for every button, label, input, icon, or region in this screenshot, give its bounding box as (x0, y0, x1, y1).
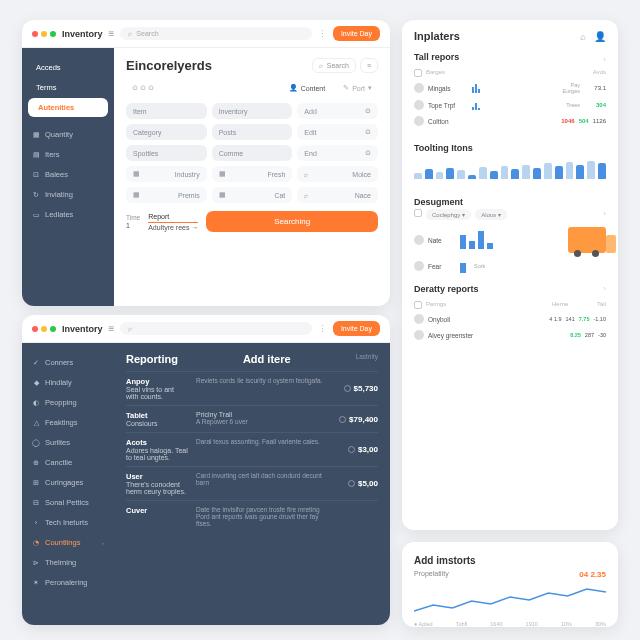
header-cta[interactable]: Invite Day (333, 26, 380, 41)
label: Feaktings (45, 418, 78, 427)
panel-add-imstorts: Add imstorts Propelatlity 04 2.35 ● Aple… (402, 542, 618, 627)
sidebar-item-iters[interactable]: ▤Iters (22, 145, 114, 164)
search-input[interactable]: ⌕ Search (120, 27, 312, 40)
sidebar-item-peopping[interactable]: ◐Peopping (22, 393, 114, 412)
sidebar-item-hindlaly[interactable]: ◆Hindlaly (22, 373, 114, 392)
cell-item[interactable]: Item (126, 103, 207, 119)
search-label: Search (327, 62, 349, 69)
icon: ✓ (32, 359, 40, 367)
sidebar-item-balees[interactable]: ⊡Balees (22, 165, 114, 184)
table-row[interactable]: Coltton 1046 504 1126 (414, 113, 606, 129)
menu-icon[interactable]: ≡ (109, 28, 115, 39)
tab-dots[interactable]: ⊙ ⊙ ⊙ (126, 81, 160, 95)
main-content: Eincorelyerds ⌕ Search ≡ ⊙ ⊙ ⊙ 👤 Content… (114, 48, 390, 306)
pill-coclephgy[interactable]: Coclephgy ▾ (426, 209, 471, 220)
sidebar-item-active[interactable]: Autenities (28, 98, 108, 117)
sidebar-item-conners[interactable]: ✓Conners (22, 353, 114, 372)
cell-posts[interactable]: Posts (212, 124, 293, 140)
cell-fresh[interactable]: ▦ Fresh (212, 166, 293, 182)
sidebar-item-peronalering[interactable]: ✶Peronalering (22, 573, 114, 592)
sidebar-item-surlites[interactable]: ◯Surlites (22, 433, 114, 452)
cell-moice[interactable]: ⌕ Moice (297, 166, 378, 182)
user-icon[interactable]: 👤 (594, 31, 606, 42)
cell-edit[interactable]: Edit⊙ (297, 124, 378, 140)
sidebar-item-countlings[interactable]: ◔Countlings› (22, 533, 114, 552)
bar-mini (460, 259, 466, 273)
cell-label: End (304, 150, 316, 157)
min-dot[interactable] (41, 31, 47, 37)
sidebar-item-inviating[interactable]: ↻Inviating (22, 185, 114, 204)
search-placeholder: Search (136, 30, 158, 37)
sidebar-item-feaktings[interactable]: △Feaktings (22, 413, 114, 432)
sidebar-label: Ledlates (45, 210, 73, 219)
table-row[interactable]: Nate (414, 224, 606, 256)
cell-label: Add (304, 108, 316, 115)
searching-button[interactable]: Searching (206, 211, 378, 232)
x-axis: ● Apled Tohfl 1640 1910 10% 30% (414, 621, 606, 627)
sidebar-item-curingages[interactable]: ⊞Curingages (22, 473, 114, 492)
cell-premis[interactable]: ▦ Premis (126, 187, 207, 203)
icon: › (32, 519, 40, 527)
more-icon[interactable]: ⋮ (318, 324, 327, 334)
cell-nace[interactable]: ⌕ Nace (297, 187, 378, 203)
table-row[interactable]: Alvey greenster 8.25 287 -30 (414, 327, 606, 343)
menu-icon[interactable]: ≡ (109, 323, 115, 334)
chevron-icon[interactable]: › (603, 284, 606, 299)
cell-end[interactable]: End⊙ (297, 145, 378, 161)
close-dot[interactable] (32, 326, 38, 332)
sidebar-item-canctlie[interactable]: ⊕Canctlie (22, 453, 114, 472)
cell-comme[interactable]: Comme (212, 145, 293, 161)
cell-category[interactable]: Category (126, 124, 207, 140)
tab-port[interactable]: ✎ Port ▾ (337, 81, 378, 95)
table-row[interactable]: Onyboll 4 1.9 141 7.75 -1.10 (414, 311, 606, 327)
max-dot[interactable] (50, 326, 56, 332)
table-row[interactable]: Mingals PayEorges 73.1 (414, 79, 606, 97)
avatar (414, 235, 424, 245)
cell-cat[interactable]: ▦ Cat (212, 187, 293, 203)
section-deratty: Deratty reports › Perings Herne Tail Ony… (402, 280, 618, 347)
report-link[interactable]: Report (148, 213, 198, 223)
table-header: Perings Herne Tail (414, 299, 606, 311)
checkbox[interactable] (414, 69, 422, 77)
sidebar-item-terms[interactable]: Terms (22, 78, 114, 97)
tab-content[interactable]: 👤 Content (283, 81, 332, 95)
report-row[interactable]: CuverDate the invisifor pavcen trosfe fi… (126, 500, 378, 532)
chevron-right-icon[interactable]: › (603, 55, 606, 64)
report-row[interactable]: AnpoySeal vins to ant with counts.Reviet… (126, 371, 378, 405)
sidebar-item-sonal pettics[interactable]: ⊟Sonal Pettics (22, 493, 114, 512)
table-row[interactable]: Tope Trpf Trees 304 (414, 97, 606, 113)
icon: △ (32, 419, 40, 427)
sidebar-item-ledlates[interactable]: ▭Ledlates (22, 205, 114, 224)
icon: ◆ (32, 379, 40, 387)
label: Hindlaly (45, 378, 72, 387)
search-input[interactable]: ⌕ (120, 322, 312, 335)
chevron-icon[interactable]: › (603, 209, 606, 220)
cell-inventory[interactable]: Inventory (212, 103, 293, 119)
icon: ◯ (32, 439, 40, 447)
cell-spottles[interactable]: Spottles (126, 145, 207, 161)
row-val: 304 (584, 102, 606, 108)
pill-alous[interactable]: Alous ▾ (475, 209, 507, 220)
max-dot[interactable] (50, 31, 56, 37)
sidebar-item-acceds[interactable]: Acceds (22, 58, 114, 77)
report-row[interactable]: TabletConsioursPriclny TrallA Repower 6 … (126, 405, 378, 432)
cell-add[interactable]: Add⊙ (297, 103, 378, 119)
report-row[interactable]: UserThere's conodent herm ceury troples.… (126, 466, 378, 500)
more-icon[interactable]: ⋮ (318, 29, 327, 39)
row-name: Alvey greenster (428, 332, 566, 339)
sidebar-item-thelrning[interactable]: ⊳Thelrning (22, 553, 114, 572)
header-cta[interactable]: Invite Day (333, 321, 380, 336)
sidebar-item-tech ineturts[interactable]: ›Tech Ineturts (22, 513, 114, 532)
sidebar-item-quantity[interactable]: ▦Quantity (22, 125, 114, 144)
table-row[interactable]: Fear Sork (414, 256, 606, 276)
report-row[interactable]: AcotsAdores haloga. Teal to teal ungtes.… (126, 432, 378, 466)
cell-industry[interactable]: ▦ Industry (126, 166, 207, 182)
close-dot[interactable] (32, 31, 38, 37)
search-icon[interactable]: ⌕ (580, 31, 586, 42)
filter-button[interactable]: ≡ (360, 58, 378, 73)
icon: ⊳ (32, 559, 40, 567)
checkbox[interactable] (414, 301, 422, 309)
search-button[interactable]: ⌕ Search (312, 58, 356, 73)
min-dot[interactable] (41, 326, 47, 332)
checkbox[interactable] (414, 209, 422, 217)
